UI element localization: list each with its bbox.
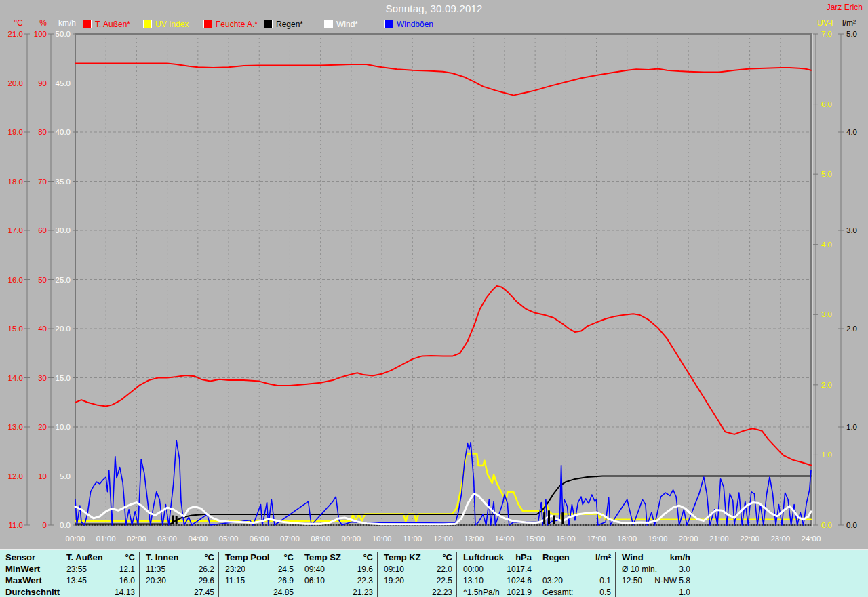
tick-label-kmh: 50.0 <box>56 30 71 38</box>
x-label: 21:00 <box>709 535 729 543</box>
tick-label-lm2: 3.0 <box>846 226 857 234</box>
tick-label-degc: 20.0 <box>8 79 23 87</box>
tick-label-pct: 20 <box>38 423 47 431</box>
chart-canvas: 21.020.019.018.017.016.015.014.013.012.0… <box>0 0 868 549</box>
axis-unit-degc: °C <box>14 18 24 28</box>
table-avg-col7: 1.0 <box>615 586 694 597</box>
table-min-col0: 23:5512.1 <box>60 563 139 575</box>
table-head-col6-label: Regen <box>542 552 570 562</box>
table-max-col5-value: 1024.6 <box>507 576 532 585</box>
x-label: 01:00 <box>96 535 116 543</box>
tick-label-pct: 90 <box>38 79 47 87</box>
tick-label-kmh: 15.0 <box>56 374 71 382</box>
tick-label-lm2: 0.0 <box>846 521 857 529</box>
table-head-col0-label: T. Außen <box>66 552 103 562</box>
tick-label-lm2: 2.0 <box>846 325 857 333</box>
table-min-col1-label: 11:35 <box>146 564 165 574</box>
table-min-col1-value: 26.2 <box>199 564 214 574</box>
tick-label-degc: 15.0 <box>8 325 23 333</box>
table-avg-col4: 22.23 <box>377 586 456 597</box>
table-min-col0-value: 12.1 <box>119 564 135 574</box>
table-avg-col1: 27.45 <box>139 586 218 597</box>
axis-unit-uvi: UV-I <box>817 18 833 28</box>
tick-label-kmh: 45.0 <box>56 79 71 87</box>
table-min-col2-label: 23:20 <box>225 564 245 574</box>
x-label: 12:00 <box>433 535 453 543</box>
table-head-col7-label: Wind <box>622 552 644 562</box>
tick-label-degc: 19.0 <box>8 128 23 136</box>
x-label: 09:00 <box>341 535 361 543</box>
table-max-col5-label: 13:10 <box>463 576 484 585</box>
tick-label-uvi: 0.0 <box>821 521 832 529</box>
table-avg-col5-label: ^1.5hPa/h <box>463 588 500 597</box>
tick-label-pct: 80 <box>38 128 47 136</box>
table-head-col3-value: °C <box>363 552 373 562</box>
tick-label-kmh: 30.0 <box>56 226 71 234</box>
table-min-col2-value: 24.5 <box>278 564 294 574</box>
tick-label-pct: 100 <box>34 30 47 38</box>
table-max-col0-value: 16.0 <box>119 576 135 585</box>
x-label: 07:00 <box>280 535 300 543</box>
table-avg-col3-value: 21.23 <box>353 588 373 597</box>
table-max-col1: 20:3029.6 <box>139 575 218 586</box>
table-min-col1: 11:3526.2 <box>139 563 218 575</box>
tick-label-uvi: 5.0 <box>821 170 832 178</box>
table-avg-col6-value: 0.5 <box>599 588 611 597</box>
tick-label-lm2: 5.0 <box>846 30 857 38</box>
table-avg-col7-value: 1.0 <box>679 588 690 597</box>
tick-label-uvi: 6.0 <box>821 100 832 108</box>
table-max-col6: 03:200.1 <box>536 575 615 586</box>
x-label: 04:00 <box>188 535 208 543</box>
table-avg-col2-value: 24.85 <box>273 588 294 597</box>
table-min-col4: 09:1022.0 <box>377 563 456 575</box>
table-row-label-min: MinWert <box>0 563 60 575</box>
axis-unit-kmh: km/h <box>58 18 76 28</box>
x-label: 10:00 <box>372 535 392 543</box>
tick-label-pct: 40 <box>38 325 47 333</box>
table-max-col6-label: 03:20 <box>542 576 563 585</box>
table-min-col7: Ø 10 min.3.0 <box>615 563 694 575</box>
table-max-col7-label: 12:50 <box>622 576 642 585</box>
x-label: 03:00 <box>157 535 177 543</box>
table-max-col3-value: 22.3 <box>357 576 373 585</box>
tick-label-degc: 17.0 <box>8 226 23 234</box>
table-filler <box>694 575 868 586</box>
table-head-col5-value: hPa <box>515 552 532 562</box>
table-min-col6 <box>536 563 615 575</box>
table-min-col2: 23:2024.5 <box>218 563 298 575</box>
table-max-col0: 13:4516.0 <box>60 575 139 586</box>
table-max-col4: 19:2022.5 <box>377 575 456 586</box>
x-label: 11:00 <box>403 535 422 543</box>
x-label: 20:00 <box>679 535 698 543</box>
tick-label-kmh: 35.0 <box>56 178 71 186</box>
table-head-col5-label: Luftdruck <box>463 552 504 562</box>
table-max-col7: 12:50N-NW 5.8 <box>615 575 694 586</box>
x-label: 05:00 <box>219 535 239 543</box>
table-row-label-avg: Durchschnitt <box>0 586 60 597</box>
table-head-col1: T. Innen°C <box>139 552 218 563</box>
table-max-col1-value: 29.6 <box>199 576 214 585</box>
tick-label-pct: 30 <box>38 374 47 382</box>
tick-label-degc: 12.0 <box>8 472 23 480</box>
table-head-col4-label: Temp KZ <box>384 552 421 562</box>
tick-label-kmh: 5.0 <box>60 472 71 480</box>
table-head-col2-value: °C <box>283 552 294 562</box>
table-min-col3: 09:4019.6 <box>298 563 377 575</box>
table-min-col4-label: 09:10 <box>384 564 404 574</box>
table-min-col7-value: 3.0 <box>679 564 690 574</box>
table-head-col7-value: km/h <box>670 552 690 562</box>
table-avg-col5: ^1.5hPa/h1021.9 <box>456 586 536 597</box>
x-label: 15:00 <box>526 535 545 543</box>
table-max-col2-value: 26.9 <box>278 576 294 585</box>
axis-unit-pct: % <box>39 18 47 28</box>
table-avg-col6-label: Gesamt: <box>542 588 573 597</box>
tick-label-degc: 11.0 <box>8 521 23 529</box>
table-max-col4-value: 22.5 <box>437 576 452 585</box>
table-row-label-head: Sensor <box>0 552 60 563</box>
table-avg-col0-value: 14.13 <box>115 588 135 597</box>
table-max-col5: 13:101024.6 <box>456 575 536 586</box>
tick-label-lm2: 1.0 <box>846 423 857 431</box>
table-filler <box>694 563 868 575</box>
tick-label-kmh: 10.0 <box>56 423 71 431</box>
tick-label-degc: 16.0 <box>8 276 23 284</box>
